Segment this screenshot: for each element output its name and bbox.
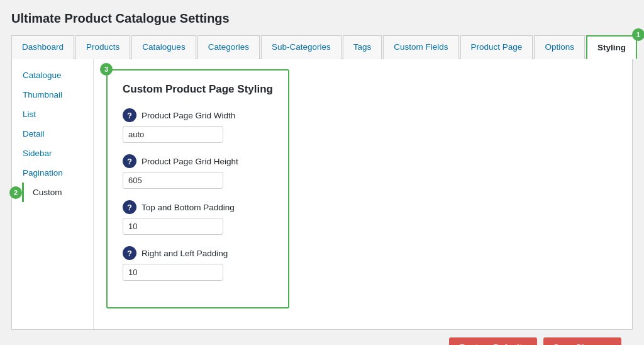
badge-1: 1 — [632, 28, 644, 41]
field-row-top-bottom-padding: ? Top and Bottom Padding — [123, 200, 273, 235]
input-top-bottom-padding[interactable] — [123, 218, 223, 235]
field-label-row-right-left-padding: ? Right and Left Padding — [123, 246, 273, 260]
input-grid-height[interactable] — [123, 172, 223, 189]
sidebar-item-pagination[interactable]: Pagination — [12, 163, 93, 183]
tab-product-page[interactable]: Product Page — [460, 35, 533, 59]
tab-tags[interactable]: Tags — [343, 35, 382, 59]
main-panel: 3 Custom Product Page Styling ? Product … — [94, 59, 632, 329]
sidebar-item-list[interactable]: List — [12, 105, 93, 124]
help-icon-grid-width[interactable]: ? — [123, 108, 136, 122]
badge-2: 2 — [9, 186, 22, 199]
field-label-top-bottom-padding: Top and Bottom Padding — [142, 203, 235, 212]
sidebar: Catalogue Thumbnail List Detail Sidebar … — [12, 59, 94, 329]
input-right-left-padding[interactable] — [123, 264, 223, 281]
sidebar-item-custom[interactable]: Custom — [22, 183, 93, 202]
field-row-grid-height: ? Product Page Grid Height — [123, 154, 273, 189]
content-area: Catalogue Thumbnail List Detail Sidebar … — [11, 59, 633, 330]
sidebar-item-sidebar[interactable]: Sidebar — [12, 144, 93, 163]
tab-options[interactable]: Options — [534, 35, 585, 59]
field-label-grid-width: Product Page Grid Width — [142, 111, 235, 120]
tab-dashboard[interactable]: Dashboard — [11, 35, 74, 59]
field-row-right-left-padding: ? Right and Left Padding — [123, 246, 273, 281]
field-label-row-grid-height: ? Product Page Grid Height — [123, 154, 273, 168]
tab-styling[interactable]: Styling — [586, 35, 637, 59]
input-grid-width[interactable] — [123, 126, 223, 143]
field-label-row-top-bottom-padding: ? Top and Bottom Padding — [123, 200, 273, 214]
field-label-right-left-padding: Right and Left Padding — [142, 249, 228, 258]
help-icon-right-left-padding[interactable]: ? — [123, 246, 136, 260]
tabs-bar: Dashboard Products Catalogues Categories… — [11, 35, 633, 59]
page-title: Ultimate Product Catalogue Settings — [11, 11, 633, 26]
tab-catalogues[interactable]: Catalogues — [131, 35, 196, 59]
tab-categories[interactable]: Categories — [197, 35, 260, 59]
tab-custom-fields[interactable]: Custom Fields — [383, 35, 458, 59]
sidebar-item-detail[interactable]: Detail — [12, 124, 93, 144]
field-label-row-grid-width: ? Product Page Grid Width — [123, 108, 273, 122]
section-title: Custom Product Page Styling — [123, 83, 273, 96]
badge-3: 3 — [100, 63, 113, 76]
help-icon-grid-height[interactable]: ? — [123, 154, 136, 168]
page-wrapper: Ultimate Product Catalogue Settings Dash… — [0, 0, 644, 345]
field-label-grid-height: Product Page Grid Height — [142, 157, 238, 166]
sidebar-item-catalogue[interactable]: Catalogue — [12, 65, 93, 85]
footer-bar: Restore Defaults Save Changes — [11, 330, 633, 345]
restore-defaults-button[interactable]: Restore Defaults — [449, 337, 536, 345]
tab-sub-categories[interactable]: Sub-Categories — [261, 35, 341, 59]
section-box: Custom Product Page Styling ? Product Pa… — [106, 69, 289, 308]
tab-products[interactable]: Products — [75, 35, 130, 59]
save-changes-button[interactable]: Save Changes — [543, 337, 621, 345]
sidebar-item-thumbnail[interactable]: Thumbnail — [12, 85, 93, 105]
help-icon-top-bottom-padding[interactable]: ? — [123, 200, 136, 214]
field-row-grid-width: ? Product Page Grid Width — [123, 108, 273, 143]
